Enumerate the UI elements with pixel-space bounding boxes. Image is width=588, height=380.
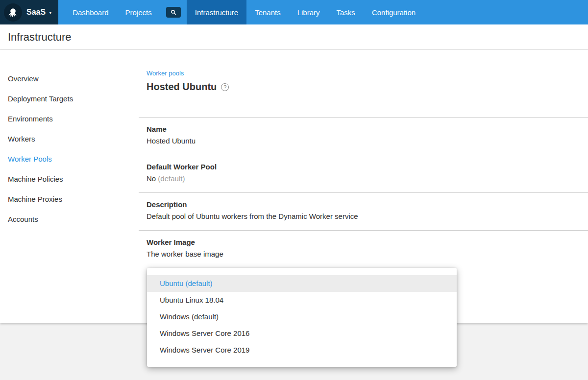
dropdown-option-ubuntu-linux-18-04[interactable]: Ubuntu Linux 18.04 xyxy=(147,292,457,309)
entity-title: Hosted Ubuntu xyxy=(147,81,217,93)
sidebar-item-machine-proxies[interactable]: Machine Proxies xyxy=(0,189,139,209)
worker-image-dropdown: Ubuntu (default)Ubuntu Linux 18.04Window… xyxy=(147,268,457,367)
nav-item-library[interactable]: Library xyxy=(289,0,328,24)
help-icon[interactable]: ? xyxy=(221,83,229,91)
section-label: Description xyxy=(147,200,580,209)
sidebar-item-machine-policies[interactable]: Machine Policies xyxy=(0,169,139,189)
top-navigation: SaaS ▾ DashboardProjectsInfrastructureTe… xyxy=(0,0,588,24)
section-label: Default Worker Pool xyxy=(147,163,580,171)
section-worker-image: Worker ImageThe worker base image xyxy=(139,231,588,268)
section-value: Hosted Ubuntu xyxy=(147,137,580,145)
brand-menu[interactable]: SaaS ▾ xyxy=(0,0,58,24)
sidebar-item-environments[interactable]: Environments xyxy=(0,109,139,129)
sidebar-item-accounts[interactable]: Accounts xyxy=(0,209,139,229)
section-label: Worker Image xyxy=(147,238,580,246)
section-description: DescriptionDefault pool of Ubuntu worker… xyxy=(139,193,588,231)
section-value: No (default) xyxy=(147,174,580,183)
dropdown-option-windows-server-core-2019[interactable]: Windows Server Core 2019 xyxy=(147,342,457,358)
dropdown-option-windows-default[interactable]: Windows (default) xyxy=(147,309,457,325)
nav-item-projects[interactable]: Projects xyxy=(117,0,160,24)
chevron-down-icon: ▾ xyxy=(49,10,51,15)
detail-sections: NameHosted UbuntuDefault Worker PoolNo (… xyxy=(139,118,588,268)
sidebar: OverviewDeployment TargetsEnvironmentsWo… xyxy=(0,50,139,323)
search-icon xyxy=(166,7,181,18)
page-header: Infrastructure xyxy=(0,24,588,50)
section-value: The worker base image xyxy=(147,250,580,258)
nav-item-configuration[interactable]: Configuration xyxy=(364,0,424,24)
section-default-worker-pool: Default Worker PoolNo (default) xyxy=(139,155,588,193)
section-label: Name xyxy=(147,125,580,133)
sidebar-item-worker-pools[interactable]: Worker Pools xyxy=(0,149,139,169)
section-name: NameHosted Ubuntu xyxy=(139,118,588,155)
octopus-logo-icon xyxy=(4,3,22,22)
nav-item-tasks[interactable]: Tasks xyxy=(328,0,364,24)
nav-search-button[interactable] xyxy=(160,0,187,24)
breadcrumb[interactable]: Worker pools xyxy=(147,70,184,77)
dropdown-option-ubuntu-default[interactable]: Ubuntu (default) xyxy=(147,275,457,292)
entity-title-row: Hosted Ubuntu ? xyxy=(147,81,580,93)
nav-item-infrastructure[interactable]: Infrastructure xyxy=(187,0,246,24)
sidebar-item-deployment-targets[interactable]: Deployment Targets xyxy=(0,89,139,109)
dropdown-option-windows-server-core-2016[interactable]: Windows Server Core 2016 xyxy=(147,325,457,342)
topnav-items: DashboardProjectsInfrastructureTenantsLi… xyxy=(64,0,424,24)
entity-header: Worker pools Hosted Ubuntu ? xyxy=(139,50,588,118)
section-value: Default pool of Ubuntu workers from the … xyxy=(147,212,580,220)
section-value-muted: (default) xyxy=(156,174,185,183)
app-root: SaaS ▾ DashboardProjectsInfrastructureTe… xyxy=(0,0,588,380)
sidebar-item-workers[interactable]: Workers xyxy=(0,129,139,149)
sidebar-item-overview[interactable]: Overview xyxy=(0,69,139,89)
page-title: Infrastructure xyxy=(8,31,72,44)
nav-item-tenants[interactable]: Tenants xyxy=(246,0,289,24)
brand-label: SaaS xyxy=(26,8,46,17)
nav-item-dashboard[interactable]: Dashboard xyxy=(64,0,117,24)
